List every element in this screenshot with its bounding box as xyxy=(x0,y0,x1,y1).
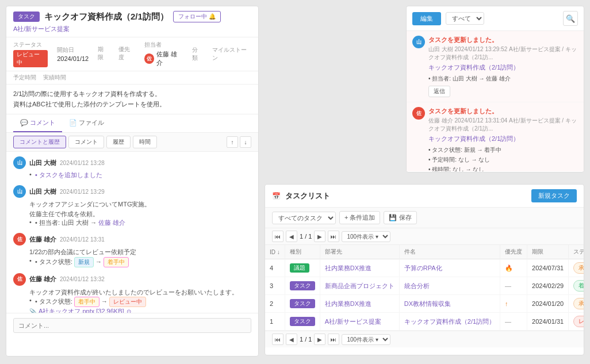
name-link[interactable]: 統合分析 xyxy=(404,282,430,289)
dept-link[interactable]: A社/新サービス提案 xyxy=(325,318,381,325)
bottom-page-size-select[interactable]: 100件表示 ▾ xyxy=(342,334,390,345)
tasklist-title: タスクリスト xyxy=(285,191,330,201)
bottom-last-page-btn[interactable]: ⏭ xyxy=(328,334,339,345)
task-filter-select[interactable]: すべてのタスク xyxy=(272,212,336,224)
dept-link[interactable]: 社内業務DX推進 xyxy=(325,300,371,307)
comment-time: 2024/01/12 13:29 xyxy=(60,189,105,195)
description-line1: 2/1訪問の際に使用するキックオフ資料を作成する。 xyxy=(13,89,251,99)
start-meta: 開始日 2024/01/12 xyxy=(57,46,89,62)
activity-link[interactable]: キックオフ資料作成（2/1訪問） xyxy=(428,63,578,72)
status-new2: レビュー中 xyxy=(109,297,146,307)
comment-body: 1/22の部内会議にてレビュー依頼予定 xyxy=(29,247,251,257)
cell-dept: 新商品企画プロジェクト xyxy=(320,277,399,295)
breadcrumb-link[interactable]: A社/新サービス提案 xyxy=(13,25,70,32)
col-deadline[interactable]: 期限 xyxy=(527,245,569,259)
priority-label: 優先度 xyxy=(118,45,135,62)
activity-content: タスクを更新しました。 佐藤 雄介 2024/01/12 13:31:04 A社… xyxy=(428,107,578,171)
milestone-label: マイルストーン xyxy=(212,46,251,62)
col-name[interactable]: 件名 xyxy=(399,245,500,259)
end-meta: 期限 xyxy=(98,45,109,63)
cell-priority: ↑ xyxy=(500,295,527,313)
download-icon[interactable]: ⊙ xyxy=(127,308,131,313)
file-link[interactable]: A社キックオフ.pptx [32.96KB] xyxy=(39,307,124,313)
task-list-panel: 📅 タスクリスト 新規タスク すべてのタスク + 条件追加 💾 保存 ⏮ ◀ 1… xyxy=(265,184,584,355)
comment-body: • タスクを追加しました xyxy=(29,171,251,179)
add-task-link[interactable]: • タスクを追加しました xyxy=(35,171,102,178)
col-dept[interactable]: 部署先 xyxy=(320,245,399,259)
cell-status: 着手中 xyxy=(569,277,584,295)
search-button[interactable]: 🔍 xyxy=(563,11,578,26)
save-filter-button[interactable]: 💾 保存 xyxy=(384,211,416,224)
bullet-item: • 担当者: 山田 大樹 → 佐藤 雄介 xyxy=(428,74,578,83)
name-link[interactable]: 予算のRPA化 xyxy=(404,265,442,271)
cell-status: 承認待 xyxy=(569,259,584,277)
page-size-select[interactable]: 100件表示 ▾ xyxy=(342,231,390,242)
filter-comment-btn[interactable]: コメント xyxy=(68,136,104,148)
activity-title: タスクを更新しました。 xyxy=(428,107,578,116)
name-link[interactable]: DX教材情報収集 xyxy=(404,300,451,307)
task-description: 2/1訪問の際に使用するキックオフ資料を作成する。 資料はABC社で使用した添付… xyxy=(6,85,258,114)
tab-comment[interactable]: 💬 コメント xyxy=(13,114,62,132)
col-status[interactable]: ステータス xyxy=(569,245,584,259)
sort-desc-btn[interactable]: ↓ xyxy=(240,136,251,148)
bottom-next-page-btn[interactable]: ▶ xyxy=(314,334,325,345)
top-pagination-row: ⏮ ◀ 1 / 1 ▶ ⏭ 100件表示 ▾ xyxy=(265,228,584,245)
comment-item: 山 山田 大樹 2024/01/12 13:29 キックオフアジェンダについてM… xyxy=(13,185,251,227)
cell-id: 1 xyxy=(265,313,285,331)
tab-file[interactable]: 📄 ファイル xyxy=(62,114,111,132)
task-meta-row: ステータス レビュー中 開始日 2024/01/12 期限 優先度 担当者 佐 … xyxy=(6,37,258,71)
new-task-button[interactable]: 新規タスク xyxy=(531,189,577,202)
comment-time: 2024/01/12 13:31 xyxy=(60,236,105,243)
status-badge: レビュー中 xyxy=(13,50,48,67)
activity-link[interactable]: キックオフ資料作成（2/1訪問） xyxy=(428,135,578,143)
col-type[interactable]: 種別 xyxy=(285,245,320,259)
activity-meta: 佐藤 雄介 2024/01/12 13:31:04 A社/新サービス提案 / キ… xyxy=(428,117,578,133)
assignee-meta: 担当者 佐 佐藤 雄介 xyxy=(144,41,183,67)
edit-button[interactable]: 編集 xyxy=(412,12,441,25)
tasklist-header: 📅 タスクリスト 新規タスク xyxy=(265,185,584,208)
activity-item: 山 タスクを更新しました。 山田 大樹 2024/01/12 13:29:52 … xyxy=(407,31,584,102)
start-value: 2024/01/12 xyxy=(57,55,89,62)
first-page-btn[interactable]: ⏮ xyxy=(272,231,283,242)
cell-type: タスク xyxy=(285,313,320,331)
bottom-prev-page-btn[interactable]: ◀ xyxy=(286,334,297,345)
activity-item-header: 佐 タスクを更新しました。 佐藤 雄介 2024/01/12 13:31:04 … xyxy=(412,107,578,171)
add-condition-button[interactable]: + 条件追加 xyxy=(339,211,380,224)
follow-button[interactable]: フォロー中 🔔 xyxy=(173,11,221,22)
activity-title: タスクを更新しました。 xyxy=(428,36,578,44)
filter-time-btn[interactable]: 時間 xyxy=(133,136,157,148)
status-old2: 着手中 xyxy=(74,297,99,307)
end-label: 期限 xyxy=(98,45,109,62)
col-id[interactable]: ID ↓ xyxy=(265,245,285,259)
comment-input[interactable] xyxy=(13,318,251,333)
bullet-item: • 残時間: なし → なし xyxy=(428,164,578,171)
actual-time-label: 実績時間 xyxy=(43,74,66,82)
table-row: 4 議題 社内業務DX推進 予算のRPA化 🔥 2024/07/31 承認待 xyxy=(265,259,584,277)
comment-tabs: 💬 コメント 📄 ファイル xyxy=(6,114,258,133)
cell-deadline: 2024/01/20 xyxy=(527,295,569,313)
dept-link[interactable]: 社内業務DX推進 xyxy=(325,265,371,271)
avatar: 佐 xyxy=(13,233,26,246)
next-page-btn[interactable]: ▶ xyxy=(314,231,325,242)
sort-asc-btn[interactable]: ↑ xyxy=(227,136,238,148)
prev-page-btn[interactable]: ◀ xyxy=(286,231,297,242)
description-line2: 資料はABC社で使用した添付のテンプレートを使用。 xyxy=(13,99,251,110)
col-priority[interactable]: 優先度 xyxy=(500,245,527,259)
cell-priority: — xyxy=(500,313,527,331)
filter-history-btn[interactable]: 履歴 xyxy=(106,136,131,148)
dept-link[interactable]: 新商品企画プロジェクト xyxy=(325,282,394,289)
status-meta: ステータス レビュー中 xyxy=(13,41,48,67)
avatar: 山 xyxy=(13,156,26,169)
tasklist-filter-row: すべてのタスク + 条件追加 💾 保存 xyxy=(265,208,584,228)
comment-time: 2024/01/12 13:32 xyxy=(60,276,105,282)
reply-button[interactable]: 返信 xyxy=(428,86,450,97)
task-table: ID ↓ 種別 部署先 件名 優先度 期限 ステータス 担当者 4 議題 社内業… xyxy=(265,245,584,331)
name-link[interactable]: キックオフ資料作成（2/1訪問） xyxy=(404,318,495,325)
filter-all-btn[interactable]: コメントと履歴 xyxy=(13,136,66,148)
cell-status: レビュー中 xyxy=(569,313,584,331)
last-page-btn[interactable]: ⏭ xyxy=(328,231,339,242)
activity-filter-select[interactable]: すべて xyxy=(446,12,484,25)
cell-dept: A社/新サービス提案 xyxy=(320,313,399,331)
bottom-first-page-btn[interactable]: ⏮ xyxy=(272,334,283,345)
bottom-pagination-row: ⏮ ◀ 1 / 1 ▶ ⏭ 100件表示 ▾ xyxy=(265,331,584,347)
